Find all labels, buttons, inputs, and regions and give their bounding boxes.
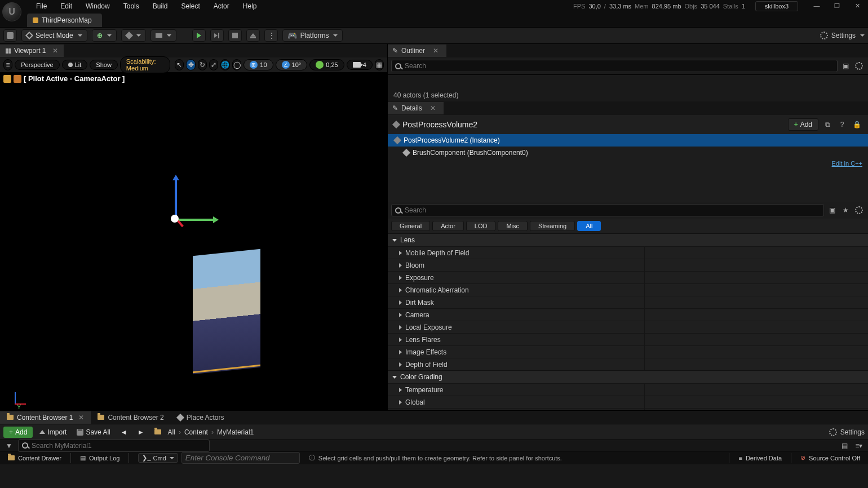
window-maximize-icon[interactable]: ❐	[832, 2, 842, 10]
add-content-dropdown[interactable]: ⊕	[92, 29, 117, 42]
cmd-type-dropdown[interactable]: ❯_Cmd	[138, 453, 178, 463]
perspective-dropdown[interactable]: Perspective	[15, 60, 59, 70]
rotate-tool-button[interactable]: ↻	[198, 59, 207, 70]
pilot-chip-icon[interactable]	[3, 75, 11, 83]
blueprint-dropdown[interactable]	[121, 29, 146, 42]
prop-row[interactable]: Chromatic Aberration	[388, 283, 868, 296]
cb-settings-label[interactable]: Settings	[840, 428, 865, 436]
select-mode-dropdown[interactable]: Select Mode	[21, 29, 87, 42]
cb-import-button[interactable]: Import	[36, 427, 70, 438]
user-badge[interactable]: skillbox3	[755, 1, 798, 11]
details-help-button[interactable]: ?	[836, 119, 848, 130]
prop-row[interactable]: Shadows	[388, 408, 868, 410]
cb-history-back[interactable]: ◄	[117, 427, 131, 438]
cb-filter-button[interactable]: ▼	[3, 440, 15, 451]
prop-row[interactable]: Image Effects	[388, 345, 868, 358]
place-actors-tab[interactable]: Place Actors	[171, 411, 231, 424]
outliner-settings-button[interactable]	[853, 60, 865, 72]
select-tool-button[interactable]: ↖	[175, 59, 184, 70]
prop-row[interactable]: Depth of Field	[388, 358, 868, 370]
edit-in-cpp-link[interactable]: Edit in C++	[832, 159, 862, 168]
content-drawer-button[interactable]: Content Drawer	[3, 451, 66, 464]
world-local-toggle[interactable]: 🌐	[220, 59, 230, 70]
outliner-tab[interactable]: ✎ Outliner ✕	[388, 45, 446, 57]
add-component-button[interactable]: +Add	[788, 118, 818, 131]
viewport-canvas[interactable]: [ Pilot Active - CameraActor ] Y	[0, 72, 387, 410]
filter-streaming[interactable]: Streaming	[530, 221, 575, 231]
menu-help[interactable]: Help	[236, 1, 264, 12]
category-lens[interactable]: Lens	[388, 233, 868, 246]
close-icon[interactable]: ✕	[52, 47, 58, 55]
filter-misc[interactable]: Misc	[498, 221, 528, 231]
gizmo-z-axis[interactable]	[175, 179, 177, 219]
play-options-button[interactable]: ⋮	[264, 29, 278, 42]
viewport-layout-button[interactable]: ▦	[375, 59, 384, 70]
menu-select[interactable]: Select	[174, 1, 206, 12]
details-lock-button[interactable]: 🔒	[851, 119, 862, 130]
outliner-search-field[interactable]	[405, 62, 834, 70]
gizmo-origin[interactable]	[171, 215, 179, 223]
cb-sort-button[interactable]: ≡▾	[853, 440, 865, 451]
translate-tool-button[interactable]: ✥	[186, 59, 195, 70]
scale-snap-toggle[interactable]: 0,25	[309, 59, 344, 70]
prop-row[interactable]: Dirt Mask	[388, 296, 868, 308]
prop-row[interactable]: Local Exposure	[388, 321, 868, 333]
settings-label[interactable]: Settings	[831, 32, 856, 39]
save-button[interactable]	[3, 29, 17, 42]
details-search-input[interactable]	[391, 204, 824, 216]
filter-general[interactable]: General	[391, 221, 430, 231]
cb-search-input[interactable]	[18, 440, 210, 452]
details-tab[interactable]: ✎ Details ✕	[388, 102, 444, 114]
close-icon[interactable]: ✕	[430, 104, 436, 112]
outliner-tree[interactable]	[388, 74, 868, 89]
cb-search-field[interactable]	[32, 442, 206, 450]
menu-file[interactable]: File	[29, 1, 54, 12]
details-view-button[interactable]: ▣	[826, 205, 838, 216]
component-child[interactable]: BrushComponent (BrushComponent0)	[388, 147, 868, 159]
prop-row[interactable]: Bloom	[388, 259, 868, 271]
pilot-eject-icon[interactable]	[14, 75, 21, 83]
cb-view-mode-button[interactable]: ▤	[839, 440, 850, 451]
details-favorites-button[interactable]: ★	[840, 205, 851, 216]
menu-edit[interactable]: Edit	[54, 1, 79, 12]
level-tab[interactable]: ThirdPersonMap	[27, 14, 102, 27]
window-minimize-icon[interactable]: —	[812, 2, 822, 10]
cb-folder-button[interactable]	[151, 428, 165, 436]
content-browser-1-tab[interactable]: Content Browser 1✕	[0, 411, 91, 424]
eject-button[interactable]	[246, 29, 260, 42]
angle-snap-toggle[interactable]: ∠10°	[276, 59, 308, 70]
scale-tool-button[interactable]: ⤢	[209, 59, 218, 70]
filter-all[interactable]: All	[577, 221, 601, 231]
grid-snap-toggle[interactable]: ⊞10	[243, 59, 273, 70]
viewport-tab[interactable]: Viewport 1 ✕	[0, 45, 64, 57]
outliner-search-input[interactable]	[391, 60, 838, 72]
platforms-dropdown[interactable]: 🎮 Platforms	[282, 29, 343, 42]
viewport-options-button[interactable]: ≡	[3, 59, 12, 70]
show-dropdown[interactable]: Show	[90, 60, 118, 70]
play-button[interactable]	[192, 29, 206, 42]
crumb-all[interactable]: All	[168, 428, 175, 436]
details-blueprint-button[interactable]: ⧉	[822, 119, 833, 130]
prop-row[interactable]: Temperature	[388, 383, 868, 396]
outliner-view-options-button[interactable]: ▣	[840, 60, 851, 72]
category-color-grading[interactable]: Color Grading	[388, 370, 868, 383]
window-close-icon[interactable]: ✕	[852, 2, 862, 10]
close-icon[interactable]: ✕	[433, 47, 439, 55]
prop-row[interactable]: Global	[388, 396, 868, 408]
crumb-leaf[interactable]: MyMaterial1	[217, 428, 254, 436]
cb-history-fwd[interactable]: ►	[134, 427, 148, 438]
details-settings-button[interactable]	[853, 205, 865, 216]
filter-lod[interactable]: LOD	[466, 221, 496, 231]
menu-actor[interactable]: Actor	[207, 1, 236, 12]
console-command-input[interactable]	[181, 452, 300, 464]
details-properties[interactable]: Lens Mobile Depth of Field Bloom Exposur…	[388, 233, 868, 410]
details-search-field[interactable]	[405, 206, 820, 214]
menu-window[interactable]: Window	[79, 1, 117, 12]
source-control-button[interactable]: ⊘Source Control Off	[796, 451, 865, 464]
menu-build[interactable]: Build	[146, 1, 175, 12]
scalability-dropdown[interactable]: Scalability: Medium	[120, 56, 170, 73]
gizmo-x-axis[interactable]	[175, 219, 214, 221]
close-icon[interactable]: ✕	[78, 414, 84, 422]
sequencer-dropdown[interactable]	[150, 29, 176, 42]
crumb-content[interactable]: Content	[184, 428, 208, 436]
